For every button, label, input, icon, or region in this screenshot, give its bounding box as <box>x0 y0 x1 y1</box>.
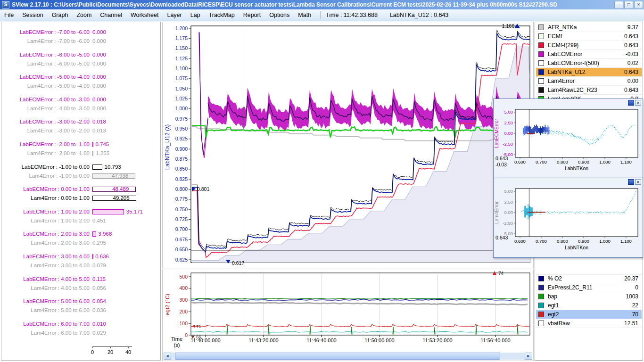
svg-text:0.801: 0.801 <box>197 186 209 192</box>
sensor-legend-row-bap[interactable]: bap1003 <box>536 292 642 301</box>
lam4error-scatter-plot[interactable]: 5.002.500.00-2.50-5.000.6000.7000.8000.9… <box>494 186 643 257</box>
close-icon[interactable]: × <box>635 100 641 106</box>
main-chart-plot[interactable]: 0.6250.6500.6750.7000.7250.7500.7750.800… <box>163 22 533 268</box>
histogram-bar <box>92 231 96 237</box>
svg-text:Lam4Error: Lam4Error <box>494 201 499 224</box>
sensor-legend-row-egt1[interactable]: egt122 <box>536 301 642 310</box>
egt-chart-plot[interactable]: 0100200300400500egt2 (°C)74716611:40:00.… <box>163 269 533 353</box>
menu-worksheet[interactable]: Worksheet <box>126 11 163 19</box>
bin-label: Lam4Error : 5.00 to 6.00 <box>1 307 90 313</box>
bin-value: 1.255 <box>96 150 109 156</box>
legend-row-ecmf-f-299-[interactable]: ECMf-f(299)0.643 <box>536 41 642 50</box>
labecmerror-scatter-plot[interactable]: 5.002.500.00-2.50-5.000.6000.7000.8000.9… <box>494 107 643 178</box>
svg-text:11:56:40.000: 11:56:40.000 <box>480 337 510 343</box>
title-bar[interactable]: S SView 2.17.10 : C:\Users\Public\Docume… <box>0 0 644 9</box>
menu-session[interactable]: Session <box>18 11 47 19</box>
menu-report[interactable]: Report <box>239 11 265 19</box>
channel-name: Lam4Error <box>548 77 575 85</box>
cursor-channel-readout: LabNTKa_U12 : 0.643 <box>390 12 448 18</box>
scroll-right-arrow[interactable]: ► <box>525 353 532 360</box>
svg-text:-2.50: -2.50 <box>503 141 513 147</box>
app-icon: S <box>2 1 9 8</box>
svg-text:100: 100 <box>179 321 188 326</box>
main-lambda-chart-panel: 0.6250.6500.6750.7000.7250.7500.7750.800… <box>162 22 534 268</box>
restore-button[interactable] <box>628 100 634 106</box>
histogram-row: LabECMError : -6.00 to -5.000.000 <box>1 51 160 59</box>
minimize-button[interactable]: – <box>614 1 623 9</box>
histogram-bin-pair: LabECMError : -5.00 to -4.000.000Lam4Err… <box>1 74 160 92</box>
channel-value: 9.37 <box>627 23 638 32</box>
sensor-legend-row--o2[interactable]: % O220.37 <box>536 274 642 283</box>
svg-text:-0.03: -0.03 <box>495 162 507 167</box>
svg-text:5.00: 5.00 <box>504 189 513 194</box>
bin-label: Lam4Error : -3.00 to -2.00 <box>1 128 90 133</box>
menu-lap[interactable]: Lap <box>186 11 205 19</box>
bin-label: LabECMError : 4.00 to 5.00 <box>1 276 90 282</box>
bin-label: Lam4Error : 6.00 to 7.00 <box>1 330 90 336</box>
svg-text:LabECMError: LabECMError <box>494 119 499 148</box>
scrollbar-track[interactable] <box>171 353 525 360</box>
restore-button[interactable] <box>628 179 634 185</box>
channel-value: 0.643 <box>624 32 638 41</box>
svg-text:1.100: 1.100 <box>175 66 188 71</box>
scatter-window-lam4error[interactable]: × 5.002.500.00-2.50-5.000.6000.7000.8000… <box>493 178 643 258</box>
menu-trackmap[interactable]: TrackMap <box>205 11 239 19</box>
svg-text:0.00: 0.00 <box>504 131 513 136</box>
histogram-bar <box>92 254 93 259</box>
horizontal-scrollbar[interactable]: ◄ ► <box>164 353 532 360</box>
close-button[interactable]: × <box>634 1 643 9</box>
menu-options[interactable]: Options <box>265 11 294 19</box>
floating-window-titlebar[interactable]: × <box>494 178 643 186</box>
bin-label: Lam4Error : 4.00 to 5.00 <box>1 285 90 291</box>
menu-channel[interactable]: Channel <box>96 11 126 19</box>
svg-text:1.050: 1.050 <box>175 86 188 91</box>
legend-row-ecmf[interactable]: ECMf0.643 <box>536 32 642 41</box>
scrollbar-thumb[interactable] <box>175 353 500 360</box>
sensor-legend-row-vbatraw[interactable]: vbatRaw12.51 <box>536 319 642 328</box>
legend-row-afr-ntka[interactable]: AFR_NTKa9.37 <box>536 23 642 32</box>
legend-row-lam4rawl2c-r23[interactable]: Lam4RawL2C_R230.643 <box>536 86 642 95</box>
svg-text:0.800: 0.800 <box>557 239 568 244</box>
bin-value: 10.793 <box>105 164 121 170</box>
time-series-chart-panel: 0100200300400500egt2 (°C)74716611:40:00.… <box>162 269 534 361</box>
sview-application-window: S SView 2.17.10 : C:\Users\Public\Docume… <box>0 0 644 362</box>
svg-text:0.643: 0.643 <box>495 235 508 240</box>
histogram-row: Lam4Error : -2.00 to -1.001.255 <box>1 150 160 158</box>
menu-file[interactable]: File <box>0 11 18 19</box>
window-title: SView 2.17.10 : C:\Users\Public\Document… <box>12 1 613 8</box>
menu-math[interactable]: Math <box>294 11 315 19</box>
sensor-legend-row-egt2[interactable]: egt270 <box>536 310 642 319</box>
lambda-channel-legend: AFR_NTKa9.37ECMf0.643ECMf-f(299)0.643Lab… <box>536 23 642 104</box>
bin-value: 35.171 <box>126 209 143 214</box>
sensor-legend-row-expressl2c-r11[interactable]: ExPressL2C_R110 <box>536 283 642 292</box>
svg-text:0.675: 0.675 <box>175 237 188 242</box>
svg-text:1.100: 1.100 <box>620 159 632 165</box>
menu-graph[interactable]: Graph <box>48 11 73 19</box>
histogram-row: Lam4Error : 1.00 to 2.000.451 <box>1 217 160 225</box>
menu-layer[interactable]: Layer <box>163 11 186 19</box>
bin-value: 0.036 <box>92 307 106 313</box>
histogram-bar <box>92 142 93 147</box>
bin-value: 0.054 <box>92 298 106 304</box>
channel-name: vbatRaw <box>548 319 570 328</box>
menu-zoom[interactable]: Zoom <box>72 11 96 19</box>
svg-text:300: 300 <box>179 297 188 303</box>
bin-label: LabECMError : 1.00 to 2.00 <box>1 209 90 214</box>
channel-name: LabNTKa_U12 <box>548 68 585 76</box>
legend-row-lam4error[interactable]: Lam4Error0.00 <box>536 77 642 86</box>
scatter-window-labecmerror[interactable]: × 5.002.500.00-2.50-5.000.6000.7000.8000… <box>493 99 643 179</box>
svg-text:LabNTKa_U12 (λ): LabNTKa_U12 (λ) <box>164 124 171 170</box>
bin-value: 0.745 <box>95 141 109 147</box>
legend-row-labntka-u12[interactable]: LabNTKa_U120.643 <box>536 68 642 77</box>
floating-window-titlebar[interactable]: × <box>494 99 643 107</box>
histogram-row: LabECMError : 3.00 to 4.000.636 <box>1 253 160 261</box>
error-histogram-panel: LabECMError : -7.00 to -6.000.000Lam4Err… <box>1 22 161 361</box>
maximize-button[interactable]: □ <box>624 1 633 9</box>
legend-row-labecmerror[interactable]: LabECMError-0.03 <box>536 50 642 59</box>
legend-row-labecmerror-f-500-[interactable]: LabECMError-f(500)0.02 <box>536 59 642 68</box>
bin-value: 48.489 <box>112 186 129 192</box>
scroll-left-arrow[interactable]: ◄ <box>164 353 171 360</box>
bin-value: 0.000 <box>92 83 106 89</box>
svg-text:1.150: 1.150 <box>175 45 188 51</box>
close-icon[interactable]: × <box>635 179 641 185</box>
